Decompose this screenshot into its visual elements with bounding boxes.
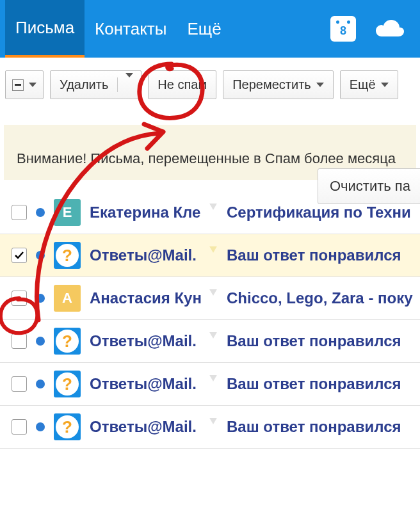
mail-row[interactable]: ?Ответы@Mail.Ваш ответ понравился <box>0 320 420 363</box>
not-spam-label: Не спам <box>158 77 207 92</box>
mail-subject: Сертификация по Техни <box>227 204 411 221</box>
select-dropdown[interactable] <box>5 70 44 99</box>
sender-avatar: ? <box>54 328 81 355</box>
chevron-down-icon <box>125 73 133 92</box>
sender-name: Анастасия Кун <box>90 289 218 307</box>
mail-subject: Ваш ответ понравился <box>227 246 401 264</box>
nav-more[interactable]: Ещё <box>177 0 231 58</box>
top-nav: Письма Контакты Ещё 8 <box>0 0 420 58</box>
mail-subject: Chicco, Lego, Zara - поку <box>227 289 413 307</box>
unread-dot-icon <box>36 380 45 388</box>
chevron-down-icon <box>316 83 324 87</box>
flag-icon <box>209 204 218 210</box>
mail-checkbox[interactable] <box>12 376 27 392</box>
action-toolbar: Удалить Не спам Переместить Ещё <box>0 58 420 112</box>
chevron-down-icon <box>29 83 36 87</box>
flag-icon <box>209 289 218 296</box>
sender-name: Екатерина Кле <box>90 204 218 221</box>
sender-name: Ответы@Mail. <box>90 375 218 393</box>
mail-row[interactable]: ?Ответы@Mail.Ваш ответ понравился <box>0 234 420 277</box>
chevron-down-icon <box>381 83 389 87</box>
more-label: Ещё <box>350 77 376 92</box>
mail-row[interactable]: ?Ответы@Mail.Ваш ответ понравился <box>0 406 420 449</box>
flag-icon <box>209 418 218 424</box>
sender-avatar: A <box>54 285 81 312</box>
unread-dot-icon <box>36 208 45 217</box>
more-button[interactable]: Ещё <box>340 70 398 99</box>
sender-name: Ответы@Mail. <box>90 246 218 264</box>
move-label: Переместить <box>232 77 311 92</box>
nav-mail[interactable]: Письма <box>5 0 85 58</box>
sender-avatar: E <box>54 199 81 226</box>
mail-checkbox[interactable] <box>12 205 27 220</box>
flag-icon <box>209 246 218 253</box>
mail-subject: Ваш ответ понравился <box>227 418 401 436</box>
sender-name: Ответы@Mail. <box>90 418 218 436</box>
mail-checkbox[interactable] <box>12 291 27 306</box>
flag-icon <box>209 375 218 381</box>
mail-checkbox[interactable] <box>12 248 27 263</box>
mail-subject: Ваш ответ понравился <box>227 332 401 350</box>
sender-avatar: ? <box>54 242 81 269</box>
move-button[interactable]: Переместить <box>223 70 334 99</box>
calendar-icon[interactable]: 8 <box>321 16 365 42</box>
sender-name: Ответы@Mail. <box>90 332 218 350</box>
nav-contacts[interactable]: Контакты <box>85 0 177 58</box>
clear-button[interactable]: Очистить па <box>318 168 420 204</box>
mail-list: EЕкатерина КлеСертификация по Техни?Отве… <box>0 191 420 449</box>
not-spam-button[interactable]: Не спам <box>148 70 216 99</box>
partial-select-icon <box>12 79 24 91</box>
delete-button[interactable]: Удалить <box>50 70 141 99</box>
sender-avatar: ? <box>54 413 81 440</box>
flag-icon <box>209 332 218 339</box>
mail-checkbox[interactable] <box>12 419 27 435</box>
unread-dot-icon <box>36 251 45 260</box>
unread-dot-icon <box>36 422 45 431</box>
sender-avatar: ? <box>54 371 81 397</box>
cloud-icon[interactable] <box>365 19 415 39</box>
delete-label: Удалить <box>60 77 118 92</box>
mail-subject: Ваш ответ понравился <box>227 375 401 393</box>
mail-checkbox[interactable] <box>12 333 27 349</box>
warning-text: Внимание! Письма, перемещенные в Спам бо… <box>17 150 403 167</box>
calendar-day: 8 <box>340 24 346 38</box>
mail-row[interactable]: ?Ответы@Mail.Ваш ответ понравился <box>0 363 420 406</box>
mail-row[interactable]: AАнастасия КунChicco, Lego, Zara - поку <box>0 277 420 320</box>
spam-info-panel: Очистить па Внимание! Письма, перемещенн… <box>4 125 416 180</box>
unread-dot-icon <box>36 337 45 346</box>
unread-dot-icon <box>36 294 45 303</box>
